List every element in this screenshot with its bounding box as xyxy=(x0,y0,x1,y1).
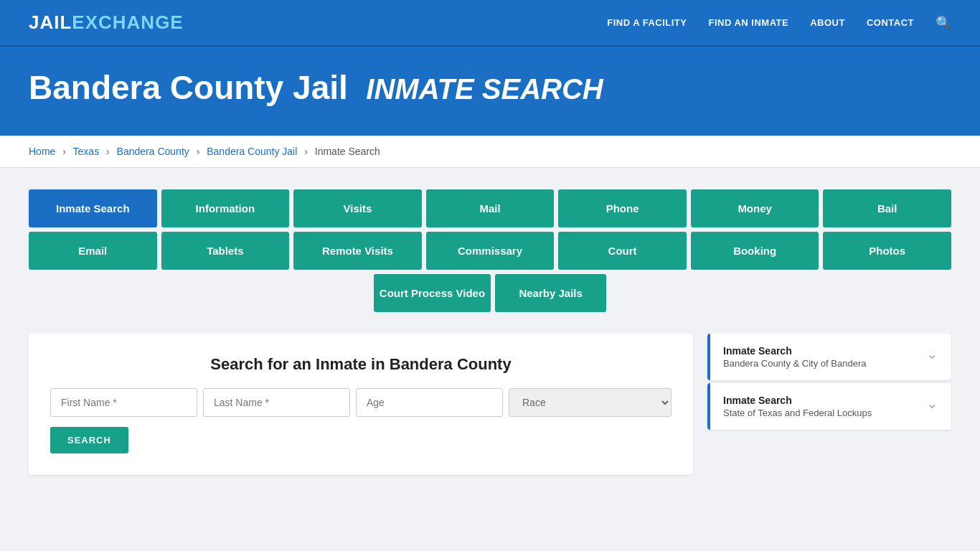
tab-remote-visits[interactable]: Remote Visits xyxy=(293,232,422,270)
nav-contact[interactable]: CONTACT xyxy=(867,17,914,28)
hero-section: Bandera County Jail INMATE SEARCH xyxy=(0,47,980,136)
site-logo[interactable]: JAILEXCHANGE xyxy=(29,11,184,34)
page-title-italic: INMATE SEARCH xyxy=(366,73,603,105)
tab-court[interactable]: Court xyxy=(558,232,687,270)
content-area: Search for an Inmate in Bandera County R… xyxy=(29,334,951,475)
tab-phone[interactable]: Phone xyxy=(558,189,687,227)
sidebar-card-1-header[interactable]: Inmate Search Bandera County & City of B… xyxy=(707,334,951,380)
tab-visits[interactable]: Visits xyxy=(293,189,422,227)
sidebar-card-2-subtitle: State of Texas and Federal Lockups xyxy=(723,408,872,418)
nav-find-inmate[interactable]: FIND AN INMATE xyxy=(708,17,788,28)
age-input[interactable] xyxy=(356,388,503,417)
nav-about[interactable]: ABOUT xyxy=(810,17,845,28)
last-name-input[interactable] xyxy=(203,388,350,417)
tab-commissary[interactable]: Commissary xyxy=(426,232,555,270)
site-header: JAILEXCHANGE FIND A FACILITY FIND AN INM… xyxy=(0,0,980,47)
first-name-input[interactable] xyxy=(50,388,197,417)
breadcrumb-current: Inmate Search xyxy=(315,146,380,157)
breadcrumb-sep-2: › xyxy=(106,146,110,157)
tabs-row-3: Court Process Video Nearby Jails xyxy=(29,274,951,312)
chevron-down-icon-2: ⌄ xyxy=(926,395,938,412)
sidebar-card-1: Inmate Search Bandera County & City of B… xyxy=(707,334,951,380)
tab-bail[interactable]: Bail xyxy=(823,189,951,227)
tab-mail[interactable]: Mail xyxy=(426,189,555,227)
tab-booking[interactable]: Booking xyxy=(691,232,819,270)
tab-court-process-video[interactable]: Court Process Video xyxy=(374,274,491,312)
tab-information[interactable]: Information xyxy=(161,189,290,227)
sidebar: Inmate Search Bandera County & City of B… xyxy=(707,334,951,475)
tab-money[interactable]: Money xyxy=(691,189,819,227)
tab-photos[interactable]: Photos xyxy=(823,232,951,270)
chevron-down-icon-1: ⌄ xyxy=(926,345,938,362)
breadcrumb-texas[interactable]: Texas xyxy=(73,146,100,157)
race-select[interactable]: Race White Black Hispanic Asian Other xyxy=(509,388,672,417)
inmate-search-form: Search for an Inmate in Bandera County R… xyxy=(29,334,693,475)
breadcrumb-bandera-county[interactable]: Bandera County xyxy=(117,146,189,157)
tabs-row-2: Email Tablets Remote Visits Commissary C… xyxy=(29,232,951,270)
tab-inmate-search[interactable]: Inmate Search xyxy=(29,189,157,227)
tabs-row-1: Inmate Search Information Visits Mail Ph… xyxy=(29,189,951,227)
search-button[interactable]: SEARCH xyxy=(50,427,128,453)
breadcrumb-sep-3: › xyxy=(197,146,200,157)
breadcrumb-sep-1: › xyxy=(62,146,66,157)
tab-tablets[interactable]: Tablets xyxy=(161,232,290,270)
sidebar-card-2-title: Inmate Search xyxy=(723,395,872,406)
logo-exchange: EXCHANGE xyxy=(72,11,183,33)
main-nav: FIND A FACILITY FIND AN INMATE ABOUT CON… xyxy=(607,15,951,31)
sidebar-card-2: Inmate Search State of Texas and Federal… xyxy=(707,383,951,430)
tab-email[interactable]: Email xyxy=(29,232,157,270)
form-name-row: Race White Black Hispanic Asian Other xyxy=(50,388,672,417)
nav-find-facility[interactable]: FIND A FACILITY xyxy=(607,17,687,28)
search-icon[interactable]: 🔍 xyxy=(936,15,951,31)
main-content: Inmate Search Information Visits Mail Ph… xyxy=(0,168,980,496)
sidebar-card-1-subtitle: Bandera County & City of Bandera xyxy=(723,358,866,369)
tab-nearby-jails[interactable]: Nearby Jails xyxy=(495,274,606,312)
breadcrumb-home[interactable]: Home xyxy=(29,146,55,157)
search-form-title: Search for an Inmate in Bandera County xyxy=(50,355,672,374)
sidebar-card-1-title: Inmate Search xyxy=(723,345,866,357)
breadcrumb-sep-4: › xyxy=(304,146,308,157)
sidebar-card-2-header[interactable]: Inmate Search State of Texas and Federal… xyxy=(707,383,951,430)
page-title-main: Bandera County Jail xyxy=(29,69,348,106)
breadcrumb-bandera-county-jail[interactable]: Bandera County Jail xyxy=(207,146,297,157)
logo-jail: JAIL xyxy=(29,11,72,33)
breadcrumb: Home › Texas › Bandera County › Bandera … xyxy=(0,136,980,168)
